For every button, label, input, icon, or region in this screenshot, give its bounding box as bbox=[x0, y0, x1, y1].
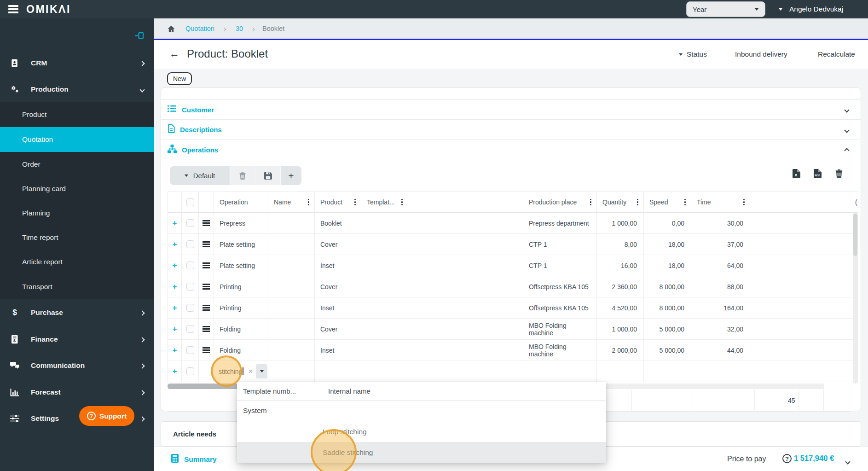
operations-table: Operation Name Product Templat... Produc… bbox=[168, 192, 858, 382]
row-checkbox[interactable] bbox=[182, 340, 199, 361]
sidebar-item-quotation[interactable]: Quotation bbox=[0, 127, 154, 152]
sidebar-item-product[interactable]: Product bbox=[0, 102, 154, 127]
add-row-button[interactable]: + bbox=[168, 213, 182, 234]
header-add-col bbox=[168, 192, 182, 213]
add-row-button[interactable]: + bbox=[168, 361, 182, 382]
export-pdf-icon[interactable]: PDF bbox=[814, 169, 822, 178]
support-button[interactable]: ? Support bbox=[79, 406, 134, 426]
table-row: + Printing Inset Offsetpress KBA 105 4 5… bbox=[168, 297, 858, 319]
cell-unnamed bbox=[408, 319, 523, 340]
column-menu-icon[interactable] bbox=[683, 197, 687, 207]
drag-handle-icon[interactable] bbox=[199, 340, 214, 361]
col-template[interactable]: Templat... bbox=[361, 192, 408, 213]
add-row-button[interactable]: + bbox=[168, 276, 182, 297]
drag-handle-icon[interactable] bbox=[199, 319, 214, 340]
add-row-button[interactable]: + bbox=[168, 297, 182, 319]
col-operation[interactable]: Operation bbox=[214, 192, 268, 213]
cell-time: 88,00 bbox=[691, 276, 750, 297]
chevron-down-icon bbox=[185, 174, 188, 177]
sidebar-item-crm[interactable]: CRM bbox=[0, 53, 154, 73]
section-operations[interactable]: Operations bbox=[161, 140, 861, 160]
dropdown-col-template-number: Template numb... bbox=[237, 382, 322, 400]
section-customer[interactable]: Customer bbox=[161, 99, 861, 119]
add-row-button[interactable]: + bbox=[168, 319, 182, 340]
col-speed[interactable]: Speed bbox=[644, 192, 691, 213]
row-checkbox[interactable] bbox=[182, 276, 199, 297]
section-descriptions[interactable]: Descriptions bbox=[161, 119, 861, 140]
col-name[interactable]: Name bbox=[268, 192, 315, 213]
drag-handle-icon[interactable] bbox=[199, 297, 214, 319]
sidebar-item-finance[interactable]: $ Finance bbox=[0, 329, 154, 349]
breadcrumb-quotation[interactable]: Quotation bbox=[185, 25, 214, 32]
hamburger-menu-icon[interactable] bbox=[8, 4, 18, 15]
home-icon[interactable] bbox=[167, 25, 175, 33]
clear-input-icon[interactable]: × bbox=[249, 367, 253, 375]
column-menu-icon[interactable] bbox=[589, 197, 592, 207]
chevron-down-icon[interactable] bbox=[845, 105, 849, 114]
col-production-place[interactable]: Production place bbox=[523, 192, 597, 213]
sliders-icon bbox=[8, 414, 21, 423]
sidebar-item-purchase[interactable]: $ Purchase bbox=[0, 302, 154, 323]
sidebar-item-planning-card[interactable]: Planning card bbox=[0, 176, 154, 201]
breadcrumb-current: Booklet bbox=[262, 25, 284, 32]
add-row-button[interactable]: + bbox=[168, 234, 182, 255]
chevron-up-icon[interactable] bbox=[845, 146, 849, 154]
view-select[interactable]: Default bbox=[170, 166, 230, 185]
delete-view-button[interactable] bbox=[230, 166, 255, 185]
cell-clipped bbox=[750, 297, 858, 319]
sidebar-item-planning[interactable]: Planning bbox=[0, 201, 154, 226]
chevron-down-icon[interactable] bbox=[846, 457, 850, 465]
column-menu-icon[interactable] bbox=[636, 197, 639, 207]
row-checkbox[interactable] bbox=[182, 297, 199, 319]
row-checkbox[interactable] bbox=[182, 255, 199, 276]
cell-template bbox=[361, 340, 408, 361]
row-checkbox[interactable] bbox=[182, 213, 199, 234]
drag-handle-icon[interactable] bbox=[199, 255, 214, 276]
column-menu-icon[interactable] bbox=[742, 197, 746, 207]
dropdown-option-saddle-stitching[interactable]: Saddle stitching bbox=[237, 442, 606, 463]
export-excel-icon[interactable]: x bbox=[793, 169, 800, 178]
column-menu-icon[interactable] bbox=[400, 197, 404, 207]
price-to-pay-value: 1 517,940 € bbox=[794, 454, 834, 463]
sidebar-item-production[interactable]: Production bbox=[0, 79, 154, 99]
breadcrumb-30[interactable]: 30 bbox=[236, 25, 243, 32]
chevron-down-icon[interactable] bbox=[845, 126, 849, 134]
delete-rows-icon[interactable] bbox=[835, 169, 843, 178]
col-time[interactable]: Time bbox=[691, 192, 750, 213]
pin-sidebar-icon[interactable] bbox=[134, 32, 144, 41]
drag-handle-icon[interactable] bbox=[199, 276, 214, 297]
sidebar-item-transport[interactable]: Transport bbox=[0, 274, 154, 299]
save-view-button[interactable] bbox=[255, 166, 280, 185]
open-dropdown-button[interactable] bbox=[256, 364, 267, 378]
year-select[interactable]: Year bbox=[686, 1, 765, 17]
col-quantity[interactable]: Quantity bbox=[597, 192, 644, 213]
sidebar-item-time-report[interactable]: Time report bbox=[0, 225, 154, 250]
add-view-button[interactable]: + bbox=[280, 166, 301, 185]
status-button[interactable]: Status bbox=[679, 50, 707, 58]
drag-handle-icon[interactable] bbox=[199, 234, 214, 255]
sidebar-item-forecast[interactable]: Forecast bbox=[0, 382, 154, 402]
column-menu-icon[interactable] bbox=[353, 197, 357, 207]
select-all-checkbox[interactable] bbox=[182, 192, 199, 213]
col-product[interactable]: Product bbox=[315, 192, 361, 213]
column-menu-icon[interactable] bbox=[307, 197, 310, 207]
vertical-scrollbar[interactable] bbox=[853, 213, 858, 384]
recalculate-button[interactable]: Recalculate bbox=[818, 50, 855, 58]
contact-book-icon bbox=[8, 58, 21, 68]
back-button[interactable]: ← bbox=[169, 48, 179, 60]
scrollbar-thumb[interactable] bbox=[853, 214, 857, 256]
sidebar-item-communication[interactable]: Communication bbox=[0, 355, 154, 376]
row-checkbox[interactable] bbox=[182, 234, 199, 255]
add-row-button[interactable]: + bbox=[168, 340, 182, 361]
row-checkbox[interactable] bbox=[182, 319, 199, 340]
row-checkbox[interactable] bbox=[182, 361, 199, 382]
sidebar-item-article-report[interactable]: Article report bbox=[0, 250, 154, 274]
sidebar-item-order[interactable]: Order bbox=[0, 152, 154, 177]
inbound-delivery-button[interactable]: Inbound delivery bbox=[735, 50, 787, 58]
add-row-button[interactable]: + bbox=[168, 255, 182, 276]
dropdown-option-loop-stitching[interactable]: Loop stitching bbox=[237, 421, 606, 442]
question-icon[interactable]: ? bbox=[782, 454, 792, 463]
drag-handle-icon[interactable] bbox=[199, 213, 214, 234]
summary-section[interactable]: Summary bbox=[171, 447, 217, 471]
user-menu[interactable]: Angelo Dedvukaj bbox=[779, 0, 843, 18]
